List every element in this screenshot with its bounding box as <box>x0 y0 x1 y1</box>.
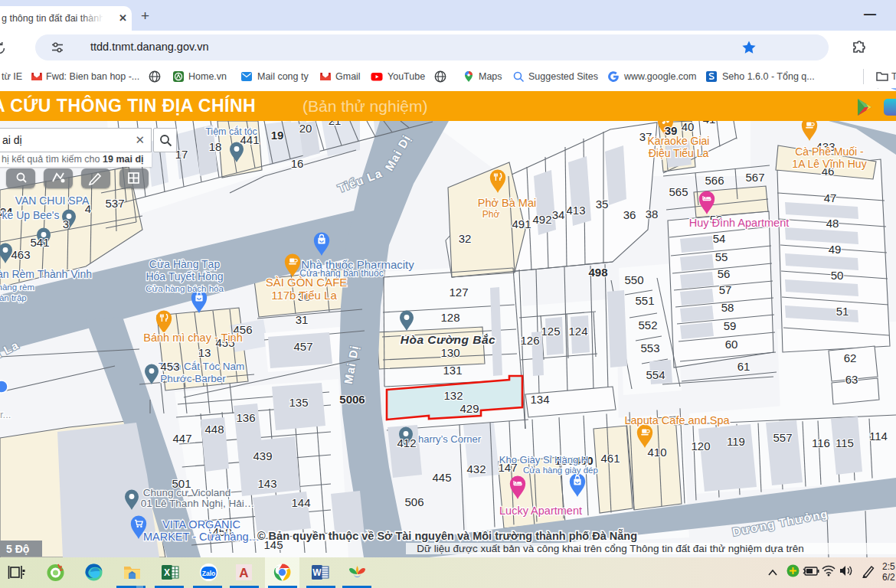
svg-text:565: 565 <box>669 185 688 198</box>
svg-text:ke Up Bee's: ke Up Bee's <box>2 209 59 221</box>
svg-text:56: 56 <box>718 267 731 280</box>
svg-text:131: 131 <box>443 364 462 377</box>
svg-text:412: 412 <box>397 436 416 449</box>
svg-text:553: 553 <box>640 341 659 354</box>
svg-text:134: 134 <box>530 393 549 406</box>
svg-text:Karaoke Giai: Karaoke Giai <box>648 135 710 147</box>
svg-text:32: 32 <box>459 232 472 245</box>
svg-text:124: 124 <box>568 325 587 338</box>
svg-text:60: 60 <box>725 338 738 351</box>
svg-text:554: 554 <box>646 368 665 381</box>
svg-text:VAN CHUI SPA: VAN CHUI SPA <box>15 194 90 207</box>
svg-text:143: 143 <box>257 477 276 490</box>
svg-text:537: 537 <box>105 197 124 210</box>
svg-text:Zalo: Zalo <box>202 570 215 577</box>
svg-text:SÀI GÒN CAFE: SÀI GÒN CAFE <box>266 276 348 289</box>
svg-text:X: X <box>164 567 170 578</box>
svg-text:Phở: Phở <box>482 209 500 220</box>
svg-text:506: 506 <box>404 495 423 508</box>
svg-text:Lucky Apartment: Lucky Apartment <box>499 505 582 517</box>
svg-text:429: 429 <box>459 402 479 415</box>
svg-text:62: 62 <box>844 351 857 364</box>
svg-text:551: 551 <box>635 294 654 307</box>
svg-text:Cà Phê Muối -: Cà Phê Muối - <box>795 145 864 158</box>
svg-text:119: 119 <box>727 435 745 448</box>
svg-text:Huy Đình Apartment: Huy Đình Apartment <box>689 217 790 229</box>
svg-text:r...: r... <box>0 409 11 420</box>
svg-text:439: 439 <box>253 449 272 462</box>
svg-text:115: 115 <box>836 436 854 449</box>
svg-text:127: 127 <box>449 286 468 299</box>
svg-text:Chung cư Vicoland: Chung cư Vicoland <box>143 487 231 498</box>
svg-text:58: 58 <box>721 301 734 314</box>
svg-text:550: 550 <box>624 273 643 286</box>
svg-text:W: W <box>312 567 322 578</box>
svg-text:31: 31 <box>296 313 309 326</box>
svg-text:410: 410 <box>647 446 666 459</box>
svg-text:19: 19 <box>271 129 284 142</box>
svg-text:Cửa hàng giày dép: Cửa hàng giày dép <box>523 466 598 475</box>
svg-text:567: 567 <box>745 171 764 184</box>
svg-text:126: 126 <box>520 334 539 347</box>
svg-text:136: 136 <box>236 411 255 424</box>
svg-text:59: 59 <box>724 319 737 332</box>
svg-text:128: 128 <box>440 311 459 324</box>
svg-text:Phở Bà Mai: Phở Bà Mai <box>478 197 536 209</box>
svg-text:40: 40 <box>682 121 695 133</box>
svg-text:125: 125 <box>541 325 560 338</box>
svg-text:457: 457 <box>293 340 312 353</box>
svg-text:132: 132 <box>443 389 463 402</box>
svg-text:Cửa Hàng Tạp: Cửa Hàng Tạp <box>149 258 221 270</box>
svg-text:566: 566 <box>705 174 724 187</box>
svg-text:63: 63 <box>845 373 858 386</box>
svg-text:54: 54 <box>713 232 726 245</box>
svg-text:© Bản quyền thuộc về Sở Tài ng: © Bản quyền thuộc về Sở Tài nguyên và Mô… <box>257 529 637 542</box>
svg-text:a hàng rèm: a hàng rèm <box>0 283 34 292</box>
svg-text:445: 445 <box>432 471 451 484</box>
svg-text:49: 49 <box>829 243 842 256</box>
svg-text:34: 34 <box>552 208 565 221</box>
svg-text:552: 552 <box>638 318 657 332</box>
svg-text:413: 413 <box>566 204 585 217</box>
svg-text:114: 114 <box>869 430 888 443</box>
svg-text:61: 61 <box>737 360 750 373</box>
svg-text:47: 47 <box>824 191 837 204</box>
svg-text:5006: 5006 <box>339 393 365 406</box>
svg-text:harry’s Corner: harry’s Corner <box>418 433 482 445</box>
svg-text:492: 492 <box>532 213 551 226</box>
svg-text:117b Tiểu La: 117b Tiểu La <box>271 289 337 302</box>
svg-text:498: 498 <box>588 266 607 279</box>
svg-text:17: 17 <box>175 148 188 161</box>
svg-text:A: A <box>239 566 248 580</box>
svg-text:557: 557 <box>773 431 792 444</box>
svg-text:Laputa Cafe and Spa: Laputa Cafe and Spa <box>624 414 730 426</box>
svg-text:41: 41 <box>703 121 716 126</box>
svg-text:màn trập: màn trập <box>0 293 27 302</box>
svg-text:VITA ORGANIC: VITA ORGANIC <box>162 518 240 531</box>
svg-text:MARKET - Cửa hàng…: MARKET - Cửa hàng… <box>143 531 260 543</box>
svg-text:Hòa Cường Bắc: Hòa Cường Bắc <box>401 333 495 346</box>
svg-text:38: 38 <box>646 207 659 220</box>
svg-text:àn Rèm Thành Vinh: àn Rèm Thành Vinh <box>0 268 92 280</box>
svg-text:491: 491 <box>512 217 531 230</box>
svg-text:461: 461 <box>600 452 620 465</box>
svg-text:13: 13 <box>198 346 211 359</box>
svg-text:447: 447 <box>172 432 191 445</box>
svg-text:35: 35 <box>596 198 609 211</box>
svg-text:432: 432 <box>466 462 486 475</box>
svg-text:120: 120 <box>691 439 710 452</box>
svg-text:Tiệm cắt tóc: Tiệm cắt tóc <box>205 126 257 137</box>
svg-text:463: 463 <box>11 248 30 261</box>
svg-text:135: 135 <box>289 396 308 409</box>
svg-text:116: 116 <box>812 436 830 449</box>
svg-text:48: 48 <box>826 217 839 230</box>
svg-text:453: 453 <box>160 360 179 373</box>
svg-text:16: 16 <box>291 157 304 170</box>
svg-text:20: 20 <box>299 122 312 135</box>
svg-text:55: 55 <box>715 250 728 263</box>
svg-text:448: 448 <box>204 423 224 436</box>
svg-text:Dữ liệu được xuất bản và công: Dữ liệu được xuất bản và công khai trên … <box>417 543 804 554</box>
svg-text:Cửa hàng bách hóa: Cửa hàng bách hóa <box>146 284 224 293</box>
svg-text:01 Lê Thanh Nghị, Hải…: 01 Lê Thanh Nghị, Hải… <box>141 498 254 509</box>
svg-text:51: 51 <box>836 305 849 318</box>
